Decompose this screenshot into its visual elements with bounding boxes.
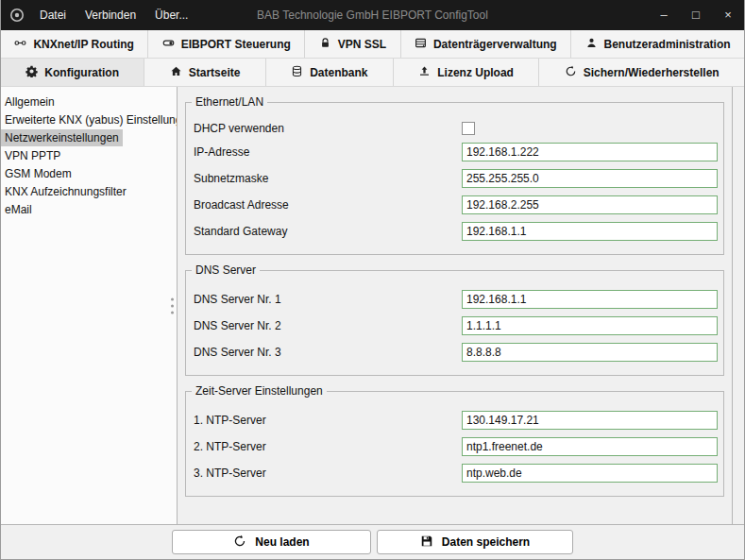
- field-label: DNS Server Nr. 1: [194, 293, 462, 306]
- sidebar-item-gsm-modem[interactable]: GSM Modem: [1, 165, 76, 182]
- field-label: DNS Server Nr. 3: [194, 346, 462, 359]
- dns1-input[interactable]: [462, 290, 718, 309]
- save-icon: [420, 535, 433, 551]
- gear-icon: [25, 65, 38, 80]
- field-label: Standard Gateway: [194, 225, 462, 238]
- field-label: 3. NTP-Server: [194, 467, 462, 480]
- tab-vpn-ssl[interactable]: VPN SSL: [305, 30, 400, 58]
- sidebar-item-email[interactable]: eMail: [1, 201, 36, 218]
- titlebar: Datei Verbinden Über... BAB Technologie …: [1, 0, 744, 30]
- footer: Neu laden Daten speichern: [1, 525, 744, 559]
- field-label: DNS Server Nr. 2: [194, 319, 462, 332]
- routing-icon: [14, 37, 26, 52]
- sidebar-splitter-handle[interactable]: [171, 296, 174, 315]
- ntp2-input[interactable]: [462, 437, 718, 456]
- tab-sichern-wiederherstellen[interactable]: Sichern/Wiederherstellen: [539, 59, 744, 86]
- tab-label: VPN SSL: [338, 38, 386, 51]
- ntp3-input[interactable]: [462, 464, 718, 483]
- menu-verbinden[interactable]: Verbinden: [76, 0, 145, 30]
- tab-datentraegerverwaltung[interactable]: Datenträgerverwaltung: [401, 30, 572, 58]
- field-label: 1. NTP-Server: [194, 414, 462, 427]
- field-row: 1. NTP-Server: [194, 411, 718, 430]
- app-window: Datei Verbinden Über... BAB Technologie …: [0, 0, 745, 560]
- group-title: DNS Server: [192, 263, 260, 277]
- sidebar-item-vpn-pptp[interactable]: VPN PPTP: [1, 147, 64, 164]
- field-row: Standard Gateway: [194, 222, 718, 241]
- field-row: Broadcast Adresse: [194, 195, 718, 214]
- tab-konfiguration[interactable]: Konfiguration: [1, 59, 144, 86]
- tab-label: Benutzeradministration: [604, 38, 731, 51]
- menu-ueber[interactable]: Über...: [145, 0, 197, 30]
- field-row: 3. NTP-Server: [194, 464, 718, 483]
- storage-icon: [415, 37, 427, 52]
- bab-logo-icon: [9, 8, 25, 23]
- user-icon: [585, 37, 598, 52]
- upload-icon: [418, 65, 431, 80]
- dns3-input[interactable]: [462, 343, 718, 362]
- ntp1-input[interactable]: [462, 411, 718, 430]
- group-dns-server: DNS Server DNS Server Nr. 1 DNS Server N…: [185, 270, 724, 376]
- broadcast-address-input[interactable]: [462, 195, 718, 214]
- field-label: Subnetzmaske: [194, 172, 462, 185]
- tab-label: Datenträgerverwaltung: [433, 38, 557, 51]
- sidebar-item-erweiterte-knx[interactable]: Erweiterte KNX (yabus) Einstellungen: [1, 111, 177, 128]
- tab-label: Konfiguration: [44, 66, 119, 79]
- tab-lizenz-upload[interactable]: Lizenz Upload: [394, 59, 539, 86]
- tab-label: KNXnet/IP Routing: [33, 38, 133, 51]
- field-row: DNS Server Nr. 1: [194, 290, 718, 309]
- sidebar-item-netzwerkeinstellungen[interactable]: Netzwerkeinstellungen: [1, 129, 123, 146]
- sidebar-item-allgemein[interactable]: Allgemein: [1, 93, 59, 110]
- field-label: IP-Adresse: [194, 145, 462, 159]
- field-row: IP-Adresse: [194, 143, 718, 161]
- dhcp-row: DHCP verwenden: [194, 122, 718, 135]
- menu-datei[interactable]: Datei: [30, 0, 76, 30]
- dhcp-checkbox[interactable]: [462, 122, 475, 135]
- tab-label: Datenbank: [310, 66, 367, 79]
- tab-label: Lizenz Upload: [437, 66, 514, 79]
- group-title: Ethernet/LAN: [192, 95, 267, 109]
- tab-label: Sichern/Wiederherstellen: [584, 66, 720, 79]
- gateway-input[interactable]: [462, 222, 718, 241]
- reload-icon: [233, 535, 246, 551]
- tab-datenbank[interactable]: Datenbank: [266, 59, 394, 86]
- tab-row-2: Konfiguration Startseite Datenbank Lizen…: [1, 59, 744, 87]
- menubar: Datei Verbinden Über...: [30, 0, 197, 30]
- toggle-icon: [162, 37, 175, 52]
- sidebar-item-knx-aufzeichnungsfilter[interactable]: KNX Aufzeichnungsfilter: [1, 183, 130, 200]
- content-area: Allgemein Erweiterte KNX (yabus) Einstel…: [1, 87, 744, 525]
- field-row: Subnetzmaske: [194, 169, 718, 188]
- ip-address-input[interactable]: [462, 143, 718, 161]
- group-title: Zeit-Server Einstellungen: [192, 384, 327, 398]
- close-button[interactable]: ×: [712, 0, 744, 30]
- dns2-input[interactable]: [462, 316, 718, 335]
- reload-button-label: Neu laden: [255, 535, 309, 549]
- settings-panel: Ethernet/LAN DHCP verwenden IP-Adresse S…: [178, 87, 733, 524]
- database-icon: [291, 65, 303, 80]
- home-icon: [170, 65, 182, 80]
- lock-icon: [319, 37, 331, 52]
- save-button-label: Daten speichern: [442, 535, 530, 549]
- tab-eibport-steuerung[interactable]: EIBPORT Steuerung: [148, 30, 305, 58]
- tab-label: EIBPORT Steuerung: [181, 38, 291, 51]
- tab-row-1: KNXnet/IP Routing EIBPORT Steuerung VPN …: [1, 30, 744, 59]
- tab-knxnet-ip-routing[interactable]: KNXnet/IP Routing: [1, 30, 148, 58]
- field-row: DNS Server Nr. 2: [194, 316, 718, 335]
- tab-startseite[interactable]: Startseite: [144, 59, 265, 86]
- field-label: DHCP verwenden: [194, 122, 462, 135]
- reload-button[interactable]: Neu laden: [172, 530, 371, 554]
- maximize-button[interactable]: □: [680, 0, 712, 30]
- save-button[interactable]: Daten speichern: [377, 530, 573, 554]
- group-ethernet-lan: Ethernet/LAN DHCP verwenden IP-Adresse S…: [185, 102, 724, 255]
- field-label: 2. NTP-Server: [194, 440, 462, 453]
- minimize-button[interactable]: –: [648, 0, 680, 30]
- restore-icon: [565, 65, 577, 80]
- tab-label: Startseite: [189, 66, 241, 79]
- field-row: 2. NTP-Server: [194, 437, 718, 456]
- sidebar: Allgemein Erweiterte KNX (yabus) Einstel…: [1, 87, 178, 524]
- tab-benutzeradministration[interactable]: Benutzeradministration: [571, 30, 744, 58]
- group-zeit-server: Zeit-Server Einstellungen 1. NTP-Server …: [185, 391, 724, 497]
- field-label: Broadcast Adresse: [194, 198, 462, 212]
- subnet-mask-input[interactable]: [462, 169, 718, 188]
- field-row: DNS Server Nr. 3: [194, 343, 718, 362]
- window-controls: – □ ×: [648, 0, 744, 30]
